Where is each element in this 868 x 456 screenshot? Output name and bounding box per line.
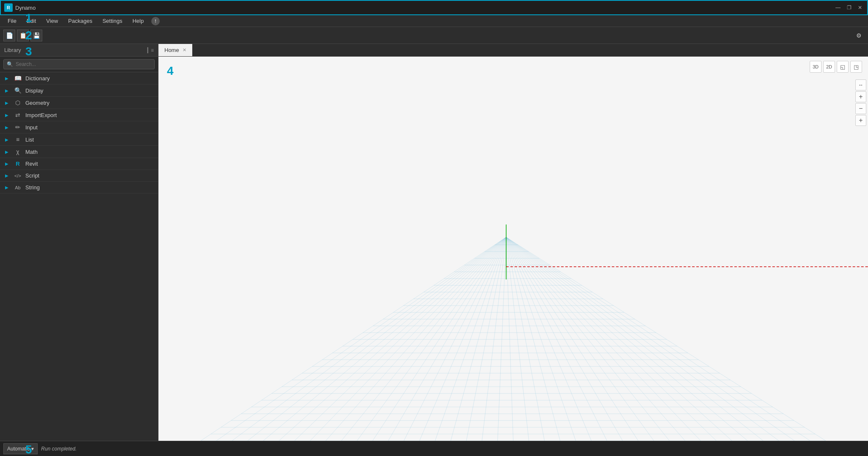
step-label-3: 3 xyxy=(25,45,32,58)
expand-arrow-script: ▶ xyxy=(5,173,10,178)
input-label: Input xyxy=(25,124,38,131)
library-item-math[interactable]: ▶ χ Math xyxy=(0,146,158,158)
expand-arrow-dictionary: ▶ xyxy=(5,76,10,81)
edge-btn-zoom-out[interactable]: − xyxy=(855,103,866,114)
canvas-btn-zoom[interactable]: ◳ xyxy=(850,61,862,73)
tab-home-label: Home xyxy=(164,47,179,53)
svg-line-32 xyxy=(506,237,701,441)
tab-close-button[interactable]: ✕ xyxy=(183,47,186,53)
library-item-geometry[interactable]: ▶ ⬡ Geometry xyxy=(0,97,158,109)
library-item-script[interactable]: ▶ </> Script xyxy=(0,170,158,182)
info-button[interactable]: ! xyxy=(151,17,160,25)
expand-arrow-importexport: ▶ xyxy=(5,113,10,117)
revit-icon: R xyxy=(14,161,22,167)
minimize-button[interactable]: — xyxy=(834,4,842,11)
lib-menu-icon[interactable]: ≡ xyxy=(151,47,154,53)
svg-line-24 xyxy=(506,237,576,441)
menu-file[interactable]: File xyxy=(3,16,21,26)
right-edge-toolbar: ↔ + − + xyxy=(854,78,868,128)
math-icon: χ xyxy=(14,148,22,155)
canvas-btn-fit[interactable]: ◱ xyxy=(837,61,849,73)
svg-line-6 xyxy=(295,237,506,441)
toolbar-new[interactable]: 📄 xyxy=(3,30,15,41)
svg-line-21 xyxy=(506,237,529,441)
edge-btn-zoom-in[interactable]: + xyxy=(855,91,866,102)
expand-arrow-display: ▶ xyxy=(5,88,10,93)
svg-line-28 xyxy=(506,237,639,441)
maximize-button[interactable]: ❐ xyxy=(845,4,853,11)
library-item-list[interactable]: ▶ ≡ List xyxy=(0,134,158,146)
list-icon: ≡ xyxy=(14,136,22,143)
toolbar-save[interactable]: 💾 xyxy=(30,30,42,41)
library-header: Library ┃ ≡ xyxy=(0,44,158,57)
toolbar-right: ⚙ xyxy=(853,30,865,41)
expand-arrow-list: ▶ xyxy=(5,137,10,142)
library-item-importexport[interactable]: ▶ ⇄ ImportExport xyxy=(0,109,158,121)
library-item-revit[interactable]: ▶ R Revit xyxy=(0,158,158,170)
svg-line-5 xyxy=(279,237,506,441)
display-icon: 🔍 xyxy=(14,87,22,94)
status-text: Run completed. xyxy=(41,446,76,452)
string-label: String xyxy=(25,184,40,191)
svg-line-0 xyxy=(201,237,506,441)
canvas: 4 3D 2D ◱ ◳ ↔ + − + .grid-line { stroke:… xyxy=(158,57,868,441)
edge-btn-1[interactable]: ↔ xyxy=(855,79,866,90)
svg-line-16 xyxy=(451,237,506,441)
status-bar: Automatic ▾ Run completed. xyxy=(0,441,868,456)
run-mode-select[interactable]: Automatic ▾ xyxy=(3,443,38,454)
edge-btn-reset[interactable]: + xyxy=(855,115,866,126)
list-label: List xyxy=(25,137,34,143)
string-icon: Ab xyxy=(14,185,22,190)
svg-line-18 xyxy=(482,237,506,441)
toolbar-settings-btn[interactable]: ⚙ xyxy=(853,30,865,41)
svg-line-37 xyxy=(506,237,779,441)
window-controls: — ❐ ✕ xyxy=(834,4,864,11)
library-items: ▶ 📖 Dictionary ▶ 🔍 Display ▶ ⬡ Geometry … xyxy=(0,72,158,441)
canvas-btn-3d[interactable]: 3D xyxy=(810,61,822,73)
svg-line-9 xyxy=(341,237,506,441)
canvas-btn-2d[interactable]: 2D xyxy=(823,61,835,73)
svg-line-22 xyxy=(506,237,545,441)
svg-line-20 xyxy=(506,237,513,441)
toolbar: 📄 📋 💾 ⚙ xyxy=(0,27,868,44)
menu-help[interactable]: Help xyxy=(128,16,148,26)
svg-line-4 xyxy=(263,237,506,441)
svg-line-12 xyxy=(388,237,506,441)
svg-line-30 xyxy=(506,237,670,441)
display-label: Display xyxy=(25,87,44,94)
canvas-toolbar: 3D 2D ◱ ◳ xyxy=(810,61,862,73)
menu-bar: File Edit View Packages Settings Help ! xyxy=(0,15,868,27)
svg-line-34 xyxy=(506,237,732,441)
menu-view[interactable]: View xyxy=(42,16,62,26)
menu-settings[interactable]: Settings xyxy=(98,16,126,26)
script-label: Script xyxy=(25,172,39,179)
tab-home[interactable]: Home ✕ xyxy=(158,44,192,56)
svg-line-38 xyxy=(506,237,794,441)
dictionary-label: Dictionary xyxy=(25,75,50,82)
svg-line-10 xyxy=(357,237,506,441)
search-wrapper: 🔍 xyxy=(3,59,155,69)
library-item-input[interactable]: ▶ ✏ Input xyxy=(0,121,158,134)
close-button[interactable]: ✕ xyxy=(856,4,864,11)
svg-line-40 xyxy=(506,237,826,441)
search-input[interactable] xyxy=(3,59,155,69)
app-icon: R xyxy=(4,3,13,12)
svg-line-35 xyxy=(506,237,748,441)
geometry-label: Geometry xyxy=(25,100,49,106)
lib-separator-icon: ┃ xyxy=(146,47,149,53)
library-item-display[interactable]: ▶ 🔍 Display xyxy=(0,85,158,97)
expand-arrow-math: ▶ xyxy=(5,150,10,154)
library-item-dictionary[interactable]: ▶ 📖 Dictionary xyxy=(0,72,158,85)
svg-line-36 xyxy=(506,237,763,441)
expand-arrow-revit: ▶ xyxy=(5,161,10,166)
step-label-2: 2 xyxy=(25,29,32,42)
svg-line-26 xyxy=(506,237,607,441)
svg-line-7 xyxy=(310,237,506,441)
app-title: Dynamo xyxy=(15,5,834,11)
dictionary-icon: 📖 xyxy=(14,75,22,82)
svg-line-8 xyxy=(326,237,506,441)
tab-bar: Home ✕ xyxy=(158,44,868,57)
search-bar: 🔍 xyxy=(0,57,158,72)
library-item-string[interactable]: ▶ Ab String xyxy=(0,182,158,194)
menu-packages[interactable]: Packages xyxy=(64,16,96,26)
